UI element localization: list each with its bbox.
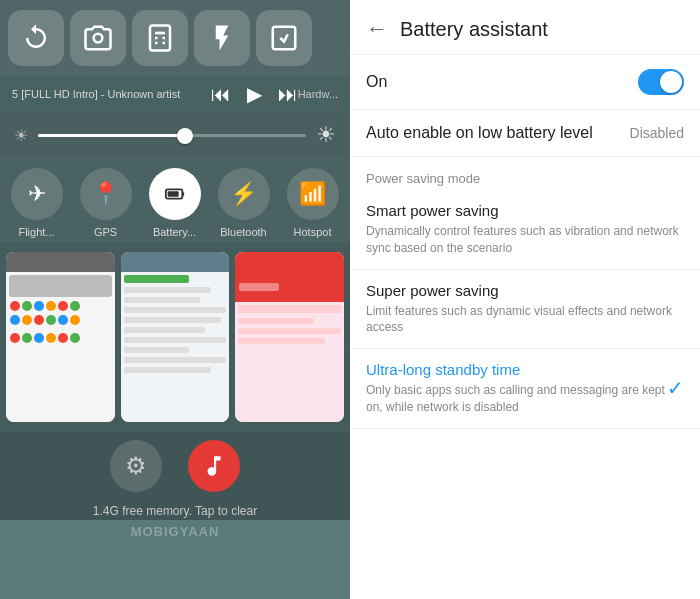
- next-button[interactable]: ⏭: [278, 83, 298, 106]
- hardware-label: Hardw...: [298, 88, 338, 100]
- thumb2-header: [121, 252, 230, 272]
- quick-icons-row: [0, 0, 350, 76]
- ultra-power-title: Ultra-long standby time: [366, 361, 684, 378]
- flashlight-icon-btn[interactable]: [194, 10, 250, 66]
- svg-rect-11: [167, 191, 178, 197]
- track-info: 5 [FULL HD Intro] - Unknown artist: [12, 88, 211, 100]
- smart-power-title: Smart power saving: [366, 202, 684, 219]
- thumb-2[interactable]: [121, 252, 230, 422]
- super-power-option[interactable]: Super power saving Limit features such a…: [350, 270, 700, 350]
- super-power-desc: Limit features such as dynamic visual ef…: [366, 303, 684, 337]
- toggle-hotspot[interactable]: 📶 Hotspot: [280, 168, 345, 238]
- ultra-power-option[interactable]: Ultra-long standby time Only basic apps …: [350, 349, 700, 429]
- hotspot-icon: 📶: [287, 168, 339, 220]
- thumb-3[interactable]: [235, 252, 344, 422]
- svg-rect-10: [182, 192, 184, 196]
- brightness-row: ☀ ☀: [0, 112, 350, 158]
- auto-enable-value: Disabled: [630, 125, 684, 141]
- toggle-battery[interactable]: Battery...: [142, 168, 207, 238]
- on-label: On: [366, 73, 387, 91]
- auto-enable-row[interactable]: Auto enable on low battery level Disable…: [350, 110, 700, 157]
- prev-button[interactable]: ⏮: [211, 83, 231, 106]
- right-panel: ← Battery assistant On Auto enable on lo…: [350, 0, 700, 599]
- flight-label: Flight...: [18, 226, 54, 238]
- flight-icon: ✈: [11, 168, 63, 220]
- bluetooth-icon: ⚡: [218, 168, 270, 220]
- thumb3-body: [235, 272, 344, 422]
- toggle-flight[interactable]: ✈ Flight...: [4, 168, 69, 238]
- selected-checkmark: ✓: [667, 376, 684, 400]
- toggle-bluetooth[interactable]: ⚡ Bluetooth: [211, 168, 276, 238]
- music-player: 5 [FULL HD Intro] - Unknown artist ⏮ ▶ ⏭…: [0, 76, 350, 112]
- back-button[interactable]: ←: [366, 16, 388, 42]
- gps-icon: 📍: [80, 168, 132, 220]
- calculator-icon-btn[interactable]: [132, 10, 188, 66]
- super-power-title: Super power saving: [366, 282, 684, 299]
- svg-rect-1: [150, 26, 170, 51]
- smart-power-option[interactable]: Smart power saving Dynamically control f…: [350, 190, 700, 270]
- rotate-icon-btn[interactable]: [8, 10, 64, 66]
- brightness-low-icon: ☀: [14, 126, 28, 145]
- on-row: On: [350, 55, 700, 110]
- auto-enable-label: Auto enable on low battery level: [366, 124, 593, 142]
- play-button[interactable]: ▶: [247, 82, 262, 106]
- screenshot-icon-btn[interactable]: [256, 10, 312, 66]
- thumb1-header: [6, 252, 115, 272]
- bluetooth-label: Bluetooth: [220, 226, 266, 238]
- left-panel: 5 [FULL HD Intro] - Unknown artist ⏮ ▶ ⏭…: [0, 0, 350, 599]
- on-toggle[interactable]: [638, 69, 684, 95]
- music-app-btn[interactable]: [188, 440, 240, 492]
- svg-point-0: [94, 34, 103, 43]
- watermark: MOBIGYAAN: [131, 524, 220, 539]
- panel-title: Battery assistant: [400, 18, 548, 41]
- gps-label: GPS: [94, 226, 117, 238]
- toggle-row: ✈ Flight... 📍 GPS Battery... ⚡ Bluetooth…: [0, 158, 350, 242]
- smart-power-desc: Dynamically control features such as vib…: [366, 223, 684, 257]
- brightness-high-icon: ☀: [316, 122, 336, 148]
- thumb3-header: [235, 252, 344, 272]
- battery-icon: [149, 168, 201, 220]
- brightness-slider[interactable]: [38, 134, 306, 137]
- music-controls: ⏮ ▶ ⏭: [211, 82, 298, 106]
- ultra-power-desc: Only basic apps such as calling and mess…: [366, 382, 684, 416]
- app-thumbnails: [0, 242, 350, 432]
- settings-icon-btn[interactable]: ⚙: [110, 440, 162, 492]
- thumb-1[interactable]: [6, 252, 115, 422]
- camera-icon-btn[interactable]: [70, 10, 126, 66]
- bottom-bar: ⚙: [0, 432, 350, 500]
- hotspot-label: Hotspot: [294, 226, 332, 238]
- section-title: Power saving mode: [350, 157, 700, 190]
- svg-rect-8: [273, 27, 296, 50]
- battery-label: Battery...: [153, 226, 196, 238]
- memory-text[interactable]: 1.4G free memory. Tap to clear: [0, 500, 350, 520]
- right-header: ← Battery assistant: [350, 0, 700, 55]
- toggle-gps[interactable]: 📍 GPS: [73, 168, 138, 238]
- thumb2-body: [121, 272, 230, 422]
- thumb1-body: [6, 272, 115, 422]
